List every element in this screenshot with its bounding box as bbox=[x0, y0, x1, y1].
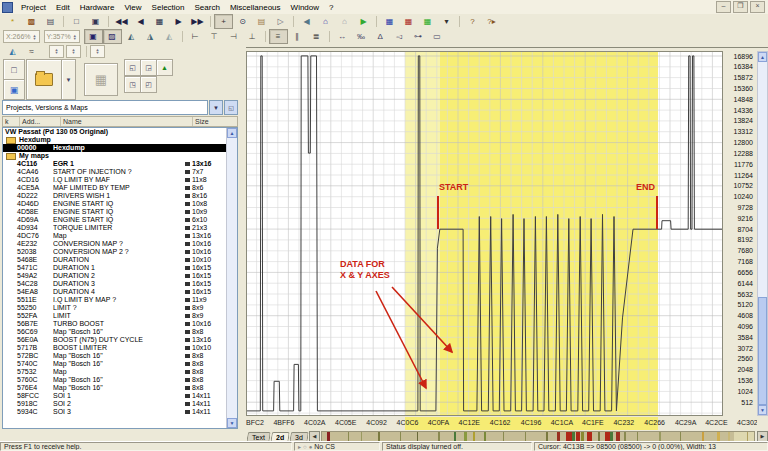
open-project-button[interactable] bbox=[26, 59, 62, 100]
map-row-4D222[interactable]: 4D222DRIVERS WISH 18x16 bbox=[3, 192, 227, 200]
home-alt-button[interactable]: ⌂ bbox=[335, 14, 354, 29]
x-zoom-spinner[interactable]: X:266% ▲▼ bbox=[3, 30, 40, 43]
map-row-549A2[interactable]: 549A2DURATION 216x15 bbox=[3, 272, 227, 280]
folder-row-hexdump[interactable]: Hexdump bbox=[3, 136, 227, 144]
menu-selection[interactable]: Selection bbox=[147, 2, 190, 13]
help-button[interactable]: ? bbox=[463, 14, 482, 29]
chart-scroll-up-icon[interactable]: ▲ bbox=[758, 52, 767, 62]
triangle-view-button[interactable]: ◅ bbox=[390, 29, 409, 44]
width-tool-button[interactable]: ↔ bbox=[333, 29, 352, 44]
window-new-button[interactable]: □ bbox=[67, 14, 86, 29]
compare-cross-button[interactable]: ◲ bbox=[140, 59, 157, 76]
column-header-addr[interactable]: Add... bbox=[20, 117, 61, 126]
view-2d-button[interactable]: ▣ bbox=[84, 29, 103, 44]
map-row-54EA8[interactable]: 54EA8DURATION 416x15 bbox=[3, 288, 227, 296]
preview-button[interactable]: ◰ bbox=[140, 76, 157, 93]
map-next-button[interactable]: ◭ bbox=[160, 29, 179, 44]
nav-last-button[interactable]: ▶▶ bbox=[188, 14, 207, 29]
axis-z-button[interactable]: ⊣ bbox=[224, 29, 243, 44]
axis-all-button[interactable]: ⊥ bbox=[243, 29, 262, 44]
menu-window[interactable]: Window bbox=[286, 2, 324, 13]
column-header-k[interactable]: k bbox=[3, 117, 20, 126]
chart-vertical-scrollbar[interactable]: ▲ ▼ bbox=[757, 51, 768, 416]
zoom-tool-button[interactable]: ⊙ bbox=[233, 14, 252, 29]
map-row-572BC[interactable]: 572BCMap "Bosch 16"8x8 bbox=[3, 352, 227, 360]
frame-tool-button[interactable]: ▭ bbox=[428, 29, 447, 44]
nav-prev-button[interactable]: ◀ bbox=[131, 14, 150, 29]
map-current-button[interactable]: ◮ bbox=[141, 29, 160, 44]
import-button[interactable]: ▦ bbox=[84, 63, 118, 96]
map-row-5511E[interactable]: 5511EI.Q LIMIT BY MAP ?11x9 bbox=[3, 296, 227, 304]
compare-left-button[interactable]: ◱ bbox=[124, 59, 141, 76]
nav-first-button[interactable]: ◀◀ bbox=[112, 14, 131, 29]
maximize-button[interactable]: ❒ bbox=[733, 1, 748, 13]
filter-dropdown[interactable]: Projects, Versions & Maps bbox=[2, 100, 208, 115]
map-row-5471C[interactable]: 5471CDURATION 116x15 bbox=[3, 264, 227, 272]
filter-dropdown-arrow-icon[interactable]: ▼ bbox=[209, 100, 223, 115]
map-row-56C69[interactable]: 56C69Map "Bosch 16"8x8 bbox=[3, 328, 227, 336]
map-row-4E232[interactable]: 4E232CONVERSION MAP ?10x16 bbox=[3, 240, 227, 248]
menu-hardware[interactable]: Hardware bbox=[75, 2, 120, 13]
mini-spinner-2[interactable]: ▲▼ bbox=[66, 45, 81, 58]
selection-tool-button[interactable]: ▷ bbox=[271, 14, 290, 29]
maptable-green-button[interactable]: ▦ bbox=[418, 14, 437, 29]
hexdump-2d-plot[interactable]: STARTENDDATA FORX & Y AXES bbox=[246, 51, 723, 416]
map-row-4CD16[interactable]: 4CD16I.Q LIMIT BY MAF11x8 bbox=[3, 176, 227, 184]
map-row-5468E[interactable]: 5468EDURATION10x10 bbox=[3, 256, 227, 264]
map-row-55250[interactable]: 55250LIMIT ?8x9 bbox=[3, 304, 227, 312]
map-row-4CE5A[interactable]: 4CE5AMAF LIMITED BY TEMP8x6 bbox=[3, 184, 227, 192]
print-button[interactable]: ▤ bbox=[41, 14, 60, 29]
menu-edit[interactable]: Edit bbox=[51, 2, 75, 13]
axis-y-button[interactable]: ⊤ bbox=[205, 29, 224, 44]
chart-scroll-down-icon[interactable]: ▼ bbox=[758, 405, 767, 415]
new-project-button[interactable]: * bbox=[3, 14, 22, 29]
map-row-5740C[interactable]: 5740CMap "Bosch 16"8x8 bbox=[3, 360, 227, 368]
folder-row-my-maps[interactable]: My maps bbox=[3, 152, 227, 160]
map-row-52038[interactable]: 52038CONVERSION MAP 2 ?10x16 bbox=[3, 248, 227, 256]
maptable-red-button[interactable]: ▦ bbox=[399, 14, 418, 29]
map-row-5760C[interactable]: 5760CMap "Bosch 16"8x8 bbox=[3, 376, 227, 384]
axis-x-button[interactable]: ⊢ bbox=[186, 29, 205, 44]
new-version-button[interactable]: □ bbox=[3, 59, 25, 80]
columns-32-button[interactable]: ≣ bbox=[307, 29, 326, 44]
map-row-576E4[interactable]: 576E4Map "Bosch 16"8x8 bbox=[3, 384, 227, 392]
map-row-5918C[interactable]: 5918CSOI 214x11 bbox=[3, 400, 227, 408]
key-tool-button[interactable]: ⊶ bbox=[409, 29, 428, 44]
map-row-56B7E[interactable]: 56B7ETURBO BOOST10x16 bbox=[3, 320, 227, 328]
crosshair-toggle-button[interactable]: + bbox=[214, 14, 233, 29]
hexdump-row-00000[interactable]: 00000Hexdump bbox=[3, 144, 227, 152]
menu-search[interactable]: Search bbox=[190, 2, 225, 13]
map-prev-button[interactable]: ◭ bbox=[122, 29, 141, 44]
tree-scrollbar[interactable]: ▲ ▼ bbox=[226, 128, 237, 428]
tree-scroll-up-icon[interactable]: ▲ bbox=[227, 128, 237, 138]
view-3d-button[interactable]: ▨ bbox=[103, 29, 122, 44]
y-zoom-spinner[interactable]: Y:357% ▲▼ bbox=[44, 30, 80, 43]
map-row-56E0A[interactable]: 56E0ABOOST (N75) DUTY CYCLE13x16 bbox=[3, 336, 227, 344]
tree-scroll-down-icon[interactable]: ▼ bbox=[227, 418, 237, 428]
map-row-4D46D[interactable]: 4D46DENGINE START IQ10x8 bbox=[3, 200, 227, 208]
clipboard-button[interactable]: ▤ bbox=[252, 14, 271, 29]
menu-?[interactable]: ? bbox=[324, 2, 338, 13]
back-button[interactable]: ◀ bbox=[297, 14, 316, 29]
map-row-552FA[interactable]: 552FALIMIT8x9 bbox=[3, 312, 227, 320]
menu-view[interactable]: View bbox=[119, 2, 146, 13]
map-row-5934C[interactable]: 5934CSOI 314x11 bbox=[3, 408, 227, 416]
pack-project-button[interactable]: ▩ bbox=[22, 14, 41, 29]
chart-scroll-thumb[interactable] bbox=[758, 297, 767, 405]
mini-spinner-3[interactable]: ▲▼ bbox=[90, 45, 105, 58]
panel-expand-button[interactable]: ◱ bbox=[224, 100, 238, 115]
save-version-button[interactable]: ▣ bbox=[3, 79, 25, 100]
maptable-dropdown-button[interactable]: ▾ bbox=[437, 14, 456, 29]
column-header-size[interactable]: Size bbox=[193, 117, 237, 126]
home-button[interactable]: ⌂ bbox=[316, 14, 335, 29]
window-cascade-button[interactable]: ▣ bbox=[86, 14, 105, 29]
map-row-4D58E[interactable]: 4D58EENGINE START IQ10x9 bbox=[3, 208, 227, 216]
nav-next-button[interactable]: ▶ bbox=[169, 14, 188, 29]
map-row-57532[interactable]: 57532Map8x8 bbox=[3, 368, 227, 376]
difference-view-button[interactable]: Δ bbox=[371, 29, 390, 44]
map-row-54C28[interactable]: 54C28DURATION 316x15 bbox=[3, 280, 227, 288]
hexdump-grid-button[interactable]: ▦ bbox=[150, 14, 169, 29]
percent-view-button[interactable]: ‰ bbox=[352, 29, 371, 44]
map-row-5717B[interactable]: 5717BBOOST LIMITER10x10 bbox=[3, 344, 227, 352]
sync-version-button[interactable]: ▲ bbox=[156, 59, 173, 76]
